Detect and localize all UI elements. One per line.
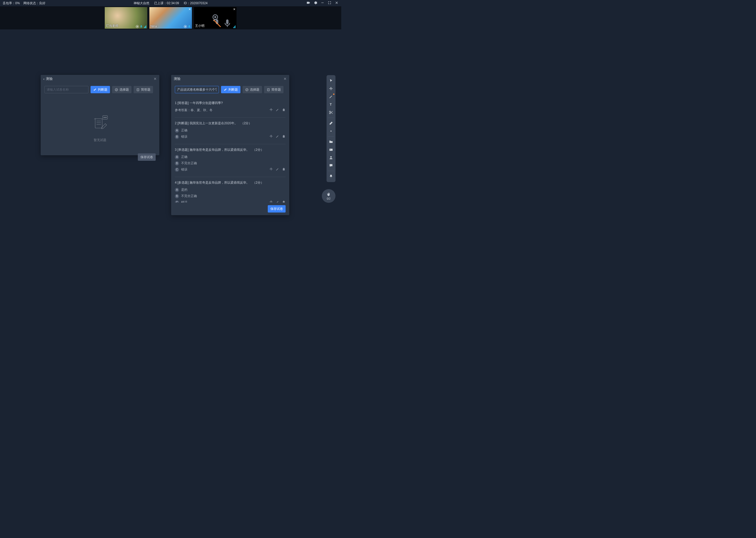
question-option[interactable]: B不完全正确 <box>175 194 286 198</box>
close-icon[interactable] <box>335 1 339 6</box>
record-icon <box>136 25 139 28</box>
save-quiz-button[interactable]: 保存试卷 <box>268 205 286 213</box>
quiz-editor-panel: 测验 ✕ 判断题 选择题 T 简答题 1 [简答题] 一年四季分别是哪四季?参考… <box>171 75 289 215</box>
minimize-icon[interactable] <box>320 1 324 6</box>
participant-name: 叮当老师 <box>106 24 118 28</box>
edit-icon[interactable] <box>276 200 279 202</box>
question-option[interactable]: A是的 <box>175 188 286 192</box>
quiz-name-input[interactable] <box>175 86 219 93</box>
brightness-tool[interactable] <box>327 128 335 135</box>
text-tool[interactable]: T <box>327 101 335 108</box>
tab-short-button[interactable]: T 简答题 <box>264 86 283 93</box>
tab-judge-button[interactable]: 判断题 <box>91 86 110 93</box>
panel-title: 测验 <box>46 77 53 81</box>
svg-rect-0 <box>321 3 324 3</box>
edit-icon[interactable] <box>276 134 279 138</box>
question-option[interactable]: A正确 <box>175 155 286 159</box>
video-tile-student[interactable]: ✕ 王小明 <box>194 7 237 28</box>
question-option[interactable]: A正确 <box>175 128 286 133</box>
scissors-tool[interactable] <box>327 109 335 116</box>
camera-toggle-icon[interactable] <box>306 1 310 6</box>
svg-point-24 <box>330 131 332 132</box>
pointer-tool[interactable] <box>327 77 335 84</box>
save-quiz-button[interactable]: 保存试卷 <box>138 153 156 161</box>
empty-quiz-icon <box>89 112 111 134</box>
participant-name: 王小明 <box>195 24 205 28</box>
chat-tool[interactable] <box>327 162 335 169</box>
raise-hand-badge[interactable]: 0/2 <box>322 189 336 203</box>
edit-icon[interactable] <box>276 108 279 112</box>
eraser-tool[interactable] <box>327 120 335 127</box>
course-title: 神秘大自然 <box>134 1 149 6</box>
signal-bars-icon <box>144 26 146 28</box>
question-option[interactable]: B错误 <box>175 134 187 139</box>
drag-icon[interactable] <box>269 167 273 171</box>
svg-point-27 <box>330 156 332 158</box>
participant-name: Nina <box>150 25 157 28</box>
fullscreen-icon[interactable] <box>328 1 332 6</box>
video-tile-teacher[interactable]: 叮当老师 <box>105 7 147 28</box>
mic-icon <box>188 25 191 28</box>
delete-icon[interactable] <box>282 200 286 202</box>
signal-bars-icon <box>233 26 235 28</box>
question-item: 3 [单选题] 施华洛世奇是反华品牌，所以梁鼎琪反华。 （2分）A正确B不完全正… <box>175 144 286 177</box>
person-tool[interactable] <box>327 154 335 161</box>
folder-tool[interactable] <box>327 138 335 145</box>
svg-text:T: T <box>138 89 139 90</box>
svg-point-4 <box>185 26 186 27</box>
class-duration: 已上课：02:34:09 <box>154 1 179 6</box>
svg-point-26 <box>330 149 330 150</box>
tile-close-icon[interactable]: ✕ <box>233 8 235 11</box>
svg-point-2 <box>137 26 138 27</box>
video-tile-student[interactable]: ✕ Nina <box>149 7 192 28</box>
bell-tool[interactable] <box>327 173 335 180</box>
quiz-empty-panel: ‹ 测验 ✕ 判断题 选择题 T 简答题 <box>41 75 159 155</box>
session-id: ID：2020070324 <box>184 1 208 6</box>
question-option[interactable]: B不完全正确 <box>175 161 286 166</box>
pen-tool[interactable] <box>327 93 335 100</box>
move-tool[interactable] <box>327 85 335 92</box>
tab-judge-button[interactable]: 判断题 <box>221 86 240 93</box>
settings-icon[interactable] <box>313 1 317 6</box>
svg-point-6 <box>214 16 216 18</box>
svg-point-23 <box>329 113 330 114</box>
quiz-name-input[interactable] <box>44 86 88 93</box>
question-option[interactable]: C错误 <box>175 167 187 172</box>
question-item: 2 [判断题] 我国宪法上一次更新是在2020年。 （2分）A正确B错误 <box>175 118 286 144</box>
delete-icon[interactable] <box>282 108 286 112</box>
question-title: 1 [简答题] 一年四季分别是哪四季? <box>175 101 286 105</box>
svg-point-16 <box>105 117 106 118</box>
svg-rect-25 <box>329 149 333 151</box>
svg-text:T: T <box>330 103 332 106</box>
mic-icon <box>140 25 143 28</box>
packet-loss: 丢包率：0% <box>3 1 20 6</box>
svg-text:T: T <box>268 89 269 90</box>
panel-title: 测验 <box>174 77 181 81</box>
tools-sidebar: T <box>327 75 336 182</box>
question-title: 2 [判断题] 我国宪法上一次更新是在2020年。 （2分） <box>175 121 286 126</box>
question-list[interactable]: 1 [简答题] 一年四季分别是哪四季?参考答案：春、夏、秋、冬 2 [判断题] … <box>171 97 289 202</box>
edit-icon[interactable] <box>276 167 279 171</box>
question-title: 4 [多选题] 施华洛世奇是反华品牌，所以梁鼎琪反华。 （2分） <box>175 180 286 185</box>
question-answer: 参考答案：春、夏、秋、冬 <box>175 108 213 112</box>
empty-text: 暂无试题 <box>94 138 106 142</box>
drag-icon[interactable] <box>269 200 273 202</box>
svg-point-15 <box>104 117 105 118</box>
svg-rect-10 <box>95 119 102 128</box>
media-tool[interactable] <box>327 146 335 153</box>
panel-close-icon[interactable]: ✕ <box>283 77 287 81</box>
tab-choice-button[interactable]: 选择题 <box>112 86 131 93</box>
drag-icon[interactable] <box>269 134 273 138</box>
delete-icon[interactable] <box>282 134 286 138</box>
panel-close-icon[interactable]: ✕ <box>154 77 157 81</box>
tab-choice-button[interactable]: 选择题 <box>243 86 262 93</box>
top-status-bar: 丢包率：0% 网络状态：良好 神秘大自然 已上课：02:34:09 ID：202… <box>0 0 341 6</box>
drag-icon[interactable] <box>269 108 273 112</box>
tab-short-button[interactable]: T 简答题 <box>134 86 153 93</box>
delete-icon[interactable] <box>282 167 286 171</box>
question-option[interactable]: C错误 <box>175 200 187 202</box>
tile-close-icon[interactable]: ✕ <box>188 8 191 11</box>
svg-point-18 <box>246 88 248 91</box>
network-status: 网络状态：良好 <box>24 1 45 6</box>
back-icon[interactable]: ‹ <box>43 77 44 81</box>
